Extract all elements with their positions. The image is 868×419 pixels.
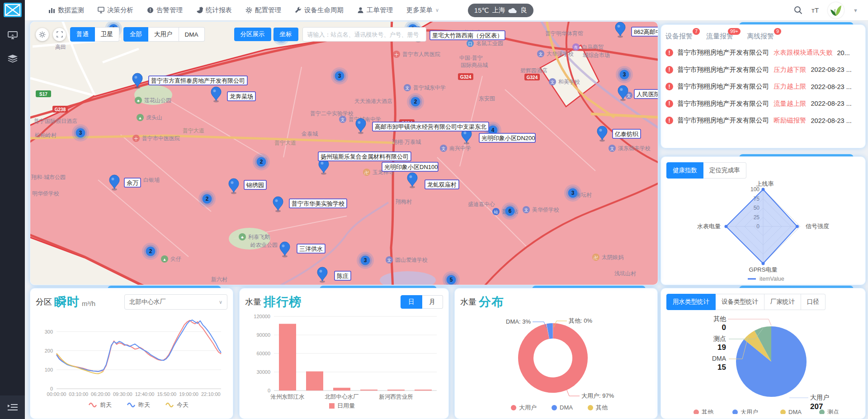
map-cluster[interactable]: 2 [407, 93, 424, 110]
rank-toggle-1[interactable]: 日 [401, 295, 422, 309]
map-cluster[interactable]: 3 [616, 66, 633, 83]
map-search-input[interactable] [302, 27, 426, 42]
alert-tabs: 设备报警7流量报警99+离线报警9 [661, 25, 865, 42]
filter-button-1[interactable]: 全部 [123, 27, 148, 42]
svg-text:大华溪学校: 大华溪学校 [547, 51, 574, 57]
svg-text:文: 文 [610, 146, 614, 151]
map-cluster[interactable]: 3 [331, 67, 348, 85]
nav-item-label: 更多菜单 [406, 6, 433, 14]
nav-item-7[interactable]: 工单管理 [357, 6, 393, 14]
nav-item-2[interactable]: 决策分析 [98, 6, 133, 14]
search-icon[interactable] [794, 6, 802, 14]
map-marker-label[interactable]: 亿泰纺织 [613, 129, 641, 138]
svg-text:DMA: DMA [788, 409, 802, 414]
alert-row[interactable]: !普宁市翔栩房地产开发有限公司流量越上限2022-08-23 ... [665, 95, 861, 113]
app-logo[interactable] [4, 3, 22, 17]
filter-button-3[interactable]: DMA [179, 27, 205, 42]
nav-item-6[interactable]: 设备生命周期 [295, 6, 344, 14]
svg-text:普宁二中实验学校: 普宁二中实验学校 [310, 110, 354, 117]
svg-text:里宅大竹路西南（分区表）: 里宅大竹路西南（分区表） [432, 32, 503, 39]
svg-text:水表电量: 水表电量 [697, 223, 721, 230]
alert-tab-1[interactable]: 设备报警7 [665, 32, 693, 41]
map-marker-label[interactable]: 锦绣园 [244, 180, 266, 189]
type-tab-1[interactable]: 用水类型统计 [666, 294, 716, 310]
caret-down-icon: ∨ [435, 7, 439, 13]
alert-row[interactable]: !普宁市翔栩房地产开发有限公司水表跟模块通讯失败20... [665, 44, 861, 61]
map-cluster[interactable]: 2 [198, 190, 216, 207]
basemap-button-2[interactable]: 卫星 [95, 27, 119, 42]
map-poi: 天天渔港大酒店 [354, 98, 392, 104]
user-menu-caret-icon[interactable]: ▼ [853, 8, 858, 13]
sidebar-collapse-button[interactable] [0, 395, 25, 419]
alert-tab-3[interactable]: 离线报警9 [747, 32, 774, 41]
fullscreen-button[interactable] [53, 28, 66, 41]
map-marker-label[interactable]: 普宁市华美实验学校 [289, 199, 347, 208]
nav-item-3[interactable]: 告警管理 [147, 6, 183, 14]
nav-item-label: 数据监测 [58, 6, 84, 14]
alert-row[interactable]: !普宁市翔栩房地产开发有限公司断励磁报警2022-08-23 ... [665, 112, 861, 129]
marker-filter-switch: 全部大用户DMA [123, 27, 205, 42]
alert-type: 压力越上限 [774, 82, 807, 91]
text-size-icon[interactable]: тT [811, 6, 819, 14]
svg-text:其他: 其他 [702, 409, 714, 414]
map-marker-label[interactable]: 陈庄 [335, 271, 351, 280]
alert-tab-2[interactable]: 流量报警99+ [706, 32, 733, 41]
map-marker-label[interactable]: 光明印象小区DN200 [479, 133, 535, 142]
map-marker-label[interactable]: 里宅大竹路西南（分区表） [430, 31, 505, 40]
svg-text:100: 100 [750, 186, 760, 193]
svg-text:G324: G324 [527, 75, 538, 80]
nav-item-4[interactable]: 统计报表 [196, 6, 232, 14]
sidebar-item-layers[interactable] [6, 53, 19, 64]
nav-item-5[interactable]: 配置管理 [245, 6, 281, 14]
svg-text:▲: ▲ [138, 116, 142, 120]
zone-toggle-2[interactable]: 坐标 [274, 28, 298, 41]
map-cluster[interactable]: 3 [72, 124, 89, 141]
type-tab-3[interactable]: 厂家统计 [764, 294, 801, 310]
map-poi: 普宁国际假日酒店 [34, 118, 77, 124]
svg-text:翔和·城市公园: 翔和·城市公园 [31, 174, 66, 180]
alert-row[interactable]: !普宁市翔栩房地产开发有限公司压力越上限2022-08-23 ... [665, 78, 861, 95]
map-marker-label[interactable]: 龙奔菜场 [227, 92, 255, 101]
map-cluster[interactable]: 2 [142, 243, 159, 260]
map-marker-label[interactable]: 佘万 [124, 178, 141, 187]
svg-text:itemValue: itemValue [760, 276, 784, 282]
weather-widget[interactable]: 15℃ 上海 良 [468, 4, 533, 17]
type-tab-2[interactable]: 设备类型统计 [716, 294, 764, 310]
map-marker-label[interactable]: 龙虬双庙村 [425, 180, 459, 189]
sidebar-item-screen[interactable] [6, 30, 19, 41]
map-cluster[interactable]: 6 [501, 202, 519, 220]
map-marker-label[interactable]: 扬州瑞斯乐复合金属材料有限公司 [318, 152, 411, 161]
avatar[interactable] [828, 2, 844, 19]
nav-item-8[interactable]: 更多菜单∨ [406, 6, 439, 14]
svg-text:利泰飞鹅: 利泰飞鹅 [248, 234, 270, 240]
alert-type: 流量越上限 [774, 99, 807, 108]
svg-text:普宁市华美实验学校: 普宁市华美实验学校 [292, 200, 344, 207]
map-marker-label[interactable]: 普宁市方直恒泰房地产开发有限公司 [149, 76, 247, 85]
plant-select[interactable]: 北部中心水厂 ∨ [124, 294, 227, 310]
alert-row[interactable]: !普宁市翔栩房地产开发有限公司压力越下限2022-08-23 ... [665, 61, 861, 79]
rank-toggle-2[interactable]: 月 [422, 295, 443, 309]
map-cluster[interactable]: 2 [253, 153, 270, 170]
map-cluster[interactable]: 3 [357, 252, 374, 269]
svg-text:中国·普宁: 中国·普宁 [459, 55, 483, 61]
health-tab-1[interactable]: 健康指数 [666, 162, 703, 179]
filter-button-2[interactable]: 大用户 [148, 27, 179, 42]
map-marker-label[interactable]: 光明印象小区DN100 [382, 162, 438, 171]
nav-item-1[interactable]: 数据监测 [48, 6, 84, 14]
map-canvas[interactable]: S17G238G324G324G324高田♣莲花山公园▲虎头山松柏岭村普宁国际假… [30, 22, 658, 285]
map-marker-label[interactable]: 人民医院 [634, 89, 658, 99]
map-marker-label[interactable]: 高邮市卸甲镇供水经营有限公司中支渠东北 [373, 122, 489, 131]
svg-text:S17: S17 [39, 92, 47, 97]
svg-text:卍: 卍 [365, 170, 369, 175]
health-tab-2[interactable]: 定位完成率 [703, 162, 746, 179]
map-marker-label[interactable]: 三洋供水 [297, 244, 325, 253]
svg-text:普宁市中医医院: 普宁市中医医院 [142, 135, 180, 141]
type-tab-4[interactable]: 口径 [801, 294, 826, 310]
map-marker-label[interactable]: 862高邮中 [632, 27, 658, 36]
map-poi: ▲虎头山 [137, 114, 162, 121]
map-cluster[interactable]: 3 [564, 184, 581, 202]
nav-item-label: 工单管理 [367, 6, 393, 14]
basemap-button-1[interactable]: 普通 [70, 27, 95, 42]
zone-toggle-1[interactable]: 分区展示 [234, 28, 271, 41]
map-style-button[interactable] [36, 28, 49, 41]
